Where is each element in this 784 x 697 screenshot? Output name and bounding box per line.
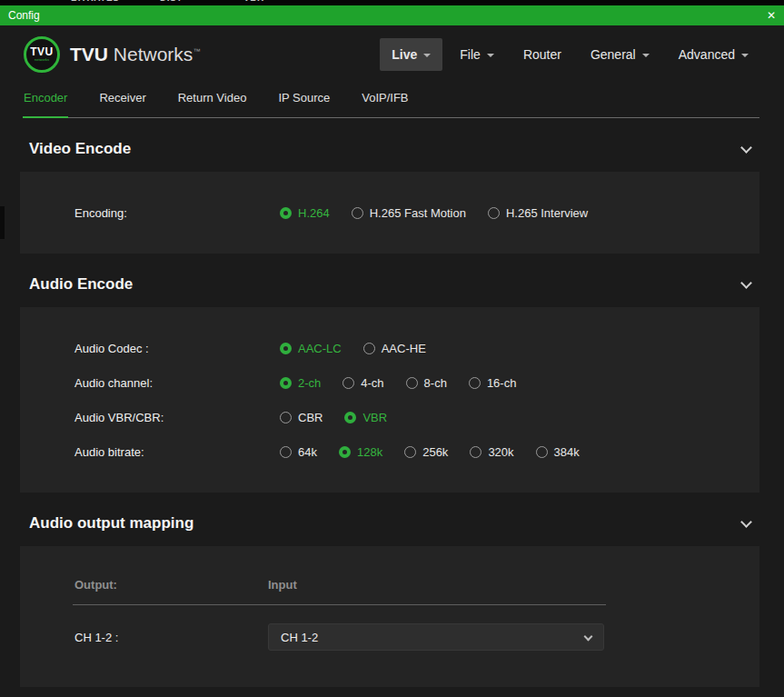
radio-4ch[interactable]: 4-ch <box>342 376 383 390</box>
tab-voip-ifb[interactable]: VoIP/IFB <box>361 85 409 117</box>
option-label: 320k <box>488 445 513 459</box>
chevron-down-icon[interactable] <box>740 142 752 154</box>
radio-icon <box>488 207 500 219</box>
radio-cbr[interactable]: CBR <box>280 411 323 424</box>
nav-item-general[interactable]: General <box>579 38 661 71</box>
field-label: Encoding: <box>74 206 280 220</box>
select-value: CH 1-2 <box>281 631 318 644</box>
nav-label: Router <box>523 47 561 62</box>
nav-item-live[interactable]: Live <box>380 38 442 71</box>
radio-64k[interactable]: 64k <box>280 445 317 459</box>
chevron-down-icon[interactable] <box>740 516 752 528</box>
audio-encode-panel: Audio Codec : AAC-LC AAC-HE Audio channe… <box>20 307 759 493</box>
option-label: H.264 <box>298 206 330 220</box>
tvu-logo-icon: TVU networks <box>24 36 60 73</box>
tab-return-video[interactable]: Return Video <box>177 85 248 117</box>
tab-bar: Encoder Receiver Return Video IP Source … <box>23 73 759 118</box>
brand-name: TVU Networks™ <box>70 44 200 65</box>
audio-bitrate-row: Audio bitrate: 64k 128k 256k <box>20 434 759 469</box>
option-label: 2-ch <box>298 376 321 390</box>
field-label: Audio bitrate: <box>74 445 280 459</box>
chevron-down-icon <box>487 54 494 57</box>
column-header-input: Input <box>268 578 297 592</box>
radio-selected-icon <box>280 207 292 219</box>
option-label: 64k <box>298 445 317 459</box>
nav-label: File <box>460 47 481 62</box>
mapping-row-ch1-2: CH 1-2 : CH 1-2 <box>20 623 759 651</box>
field-label: Audio VBR/CBR: <box>74 411 280 424</box>
section-header-audio-output-mapping: Audio output mapping <box>20 493 759 546</box>
column-header-output: Output: <box>74 578 268 592</box>
option-label: 16-ch <box>487 376 517 390</box>
audio-vbr-cbr-row: Audio VBR/CBR: CBR VBR <box>20 400 759 434</box>
window-titlebar: Config ✕ <box>0 5 784 25</box>
radio-h265-interview[interactable]: H.265 Interview <box>488 206 588 220</box>
option-label: 4-ch <box>361 376 383 390</box>
chevron-down-icon <box>423 54 431 57</box>
radio-icon <box>536 446 548 458</box>
radio-h265-fast-motion[interactable]: H.265 Fast Motion <box>352 206 466 220</box>
config-window: TVU networks TVU Networks™ Live File Rou… <box>0 25 784 697</box>
section-header-video-encode: Video Encode <box>20 118 759 172</box>
brand-secondary: Networks <box>114 44 194 65</box>
window-title: Config <box>8 9 40 22</box>
tab-encoder[interactable]: Encoder <box>23 85 68 118</box>
background-window-edge <box>0 206 5 239</box>
encoder-content: Video Encode Encoding: H.264 H.265 Fast … <box>0 118 784 687</box>
radio-h264[interactable]: H.264 <box>280 206 330 220</box>
tab-receiver[interactable]: Receiver <box>98 85 146 117</box>
radio-vbr[interactable]: VBR <box>344 411 387 424</box>
tab-ip-source[interactable]: IP Source <box>277 85 331 117</box>
chevron-down-icon <box>584 632 593 641</box>
background-window-label: VBR <box>243 0 264 3</box>
field-label: Audio Codec : <box>74 342 280 355</box>
nav-item-router[interactable]: Router <box>511 38 573 71</box>
radio-icon <box>406 377 418 389</box>
radio-aac-he[interactable]: AAC-HE <box>363 342 426 355</box>
option-label: AAC-HE <box>382 342 426 355</box>
radio-8ch[interactable]: 8-ch <box>406 376 447 390</box>
field-label: Audio channel: <box>74 376 280 390</box>
radio-128k[interactable]: 128k <box>339 445 382 459</box>
audio-channel-row: Audio channel: 2-ch 4-ch 8-ch <box>20 365 759 400</box>
radio-384k[interactable]: 384k <box>536 445 580 459</box>
audio-bitrate-options: 64k 128k 256k 320k <box>280 445 580 459</box>
nav-item-advanced[interactable]: Advanced <box>667 38 760 71</box>
option-label: H.265 Fast Motion <box>370 206 466 220</box>
encoding-row: Encoding: H.264 H.265 Fast Motion H.265 … <box>20 195 759 230</box>
radio-icon <box>352 207 363 219</box>
radio-icon <box>342 377 354 389</box>
app-header: TVU networks TVU Networks™ Live File Rou… <box>0 25 784 73</box>
video-encode-panel: Encoding: H.264 H.265 Fast Motion H.265 … <box>20 172 759 254</box>
section-header-audio-encode: Audio Encode <box>20 254 759 307</box>
background-window-label: Dist <box>160 0 183 3</box>
trademark: ™ <box>193 47 200 55</box>
option-label: 128k <box>357 445 382 459</box>
radio-selected-icon <box>339 446 351 458</box>
background-window-label: Bitrates <box>71 0 119 3</box>
radio-icon <box>469 377 481 389</box>
radio-selected-icon <box>344 412 356 423</box>
radio-icon <box>280 412 292 423</box>
chevron-down-icon[interactable] <box>740 277 752 289</box>
nav-label: Live <box>392 47 417 62</box>
radio-2ch[interactable]: 2-ch <box>280 376 321 390</box>
main-nav: Live File Router General Advanced <box>380 38 760 71</box>
option-label: 384k <box>554 445 580 459</box>
radio-320k[interactable]: 320k <box>470 445 513 459</box>
audio-vbr-cbr-options: CBR VBR <box>280 411 387 424</box>
radio-16ch[interactable]: 16-ch <box>469 376 517 390</box>
close-icon[interactable]: ✕ <box>767 10 776 21</box>
option-label: AAC-LC <box>298 342 342 355</box>
nav-item-file[interactable]: File <box>448 38 506 71</box>
radio-aac-lc[interactable]: AAC-LC <box>280 342 342 355</box>
logo-text: TVU <box>30 46 54 57</box>
radio-icon <box>363 343 375 354</box>
input-channel-select[interactable]: CH 1-2 <box>268 623 604 651</box>
radio-icon <box>470 446 481 458</box>
nav-label: Advanced <box>679 47 735 62</box>
section-title: Audio output mapping <box>29 514 194 533</box>
radio-icon <box>280 446 292 458</box>
radio-256k[interactable]: 256k <box>404 445 448 459</box>
audio-codec-row: Audio Codec : AAC-LC AAC-HE <box>20 331 759 365</box>
